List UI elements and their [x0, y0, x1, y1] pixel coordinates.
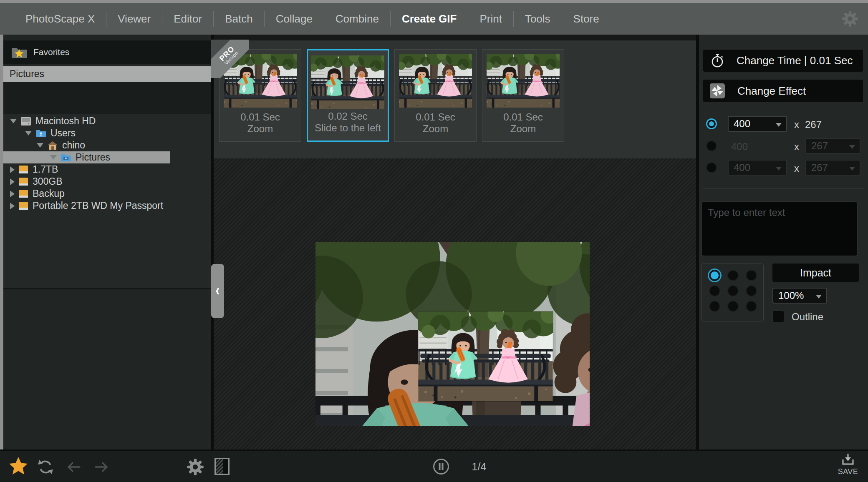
favorites-item-pictures[interactable]: Pictures [3, 66, 211, 82]
height-dropdown-disabled[interactable]: 267 [805, 138, 860, 154]
tree-item-label: Portable 2TB WD My Passport [33, 200, 163, 211]
gif-frame-4[interactable]: 0.01 Sec Zoom [482, 49, 564, 142]
size-radio[interactable] [706, 162, 717, 173]
gif-settings-button[interactable] [186, 458, 204, 476]
gif-frame-3[interactable]: 0.01 Sec Zoom [394, 49, 477, 142]
position-dot-bottom-left[interactable] [709, 301, 720, 312]
tree-item-macintosh-hd[interactable]: Macintosh HD [3, 115, 211, 127]
change-time-button[interactable]: Change Time | 0.01 Sec [703, 50, 863, 72]
tree-item-label: Users [50, 128, 76, 139]
home-icon [47, 141, 58, 150]
tree-item-portable-2tb[interactable]: Portable 2TB WD My Passport [3, 200, 211, 212]
panel-divider [703, 188, 864, 188]
tree-item-label: Backup [33, 188, 65, 199]
tab-print[interactable]: Print [468, 13, 513, 25]
change-effect-button[interactable]: Change Effect [703, 80, 863, 102]
font-size-dropdown[interactable]: 100% [772, 288, 827, 304]
position-dot-middle-left[interactable] [709, 285, 720, 296]
settings-gear-icon[interactable] [841, 10, 859, 28]
external-drive-icon [18, 177, 28, 186]
tab-tools[interactable]: Tools [514, 13, 562, 25]
position-dot-middle-center[interactable] [727, 285, 739, 296]
width-dropdown[interactable]: 400 [728, 116, 787, 132]
forward-button[interactable] [93, 459, 109, 474]
external-drive-icon [18, 201, 28, 210]
tab-photoscape-x[interactable]: PhotoScape X [14, 13, 106, 25]
change-effect-label: Change Effect [737, 85, 806, 98]
back-button[interactable] [66, 459, 82, 474]
tree-item-pictures-selected[interactable]: Pictures [3, 151, 170, 163]
sidebar-collapse-handle[interactable]: ‹ [211, 264, 224, 318]
width-dropdown-disabled[interactable]: 400 [728, 160, 787, 176]
x-separator: x [794, 163, 799, 174]
save-button[interactable]: SAVE [835, 453, 861, 476]
refresh-button[interactable] [38, 459, 53, 475]
frame-thumbnail [399, 54, 472, 108]
frame-thumbnail [311, 55, 384, 109]
position-dot-top-right[interactable] [746, 270, 757, 281]
tree-item-1-7tb[interactable]: 1.7TB [3, 163, 211, 176]
position-dot-top-center[interactable] [727, 270, 739, 281]
height-dropdown-disabled[interactable]: 267 [805, 160, 860, 176]
size-radio-selected[interactable] [706, 118, 717, 129]
favorites-header[interactable]: Favorites [3, 40, 211, 64]
overlay-text-input[interactable] [701, 201, 858, 256]
favorites-folder-icon [11, 45, 28, 59]
position-dot-top-left-selected[interactable] [709, 270, 720, 281]
outline-checkbox[interactable] [772, 311, 784, 322]
tab-combine[interactable]: Combine [324, 13, 390, 25]
disclosure-down-icon[interactable] [25, 131, 32, 136]
photoscape-window: PhotoScape X Viewer Editor Batch Collage… [0, 0, 868, 482]
disclosure-down-icon[interactable] [37, 143, 43, 148]
disclosure-right-icon[interactable] [10, 191, 15, 197]
tab-store[interactable]: Store [562, 13, 611, 25]
tab-editor[interactable]: Editor [162, 13, 213, 25]
position-dot-bottom-center[interactable] [727, 301, 739, 312]
tree-item-label: Pictures [76, 152, 110, 163]
disclosure-right-icon[interactable] [10, 166, 15, 173]
change-time-label: Change Time | 0.01 Sec [737, 54, 853, 67]
tree-item-label: Macintosh HD [35, 115, 96, 127]
tree-item-users[interactable]: Users [3, 127, 211, 139]
favorite-star-button[interactable] [8, 456, 28, 475]
pause-playback-button[interactable] [432, 458, 450, 475]
disclosure-down-icon[interactable] [10, 119, 17, 123]
size-option-row-2: 400 x 267 [699, 138, 866, 154]
position-dot-bottom-right[interactable] [746, 301, 757, 312]
favorites-label: Favorites [33, 47, 69, 57]
position-dot-middle-right[interactable] [746, 285, 757, 296]
arrow-right-icon [93, 459, 109, 474]
chevron-down-icon [776, 123, 782, 127]
preview-sliding-frame [418, 311, 553, 401]
tab-collage[interactable]: Collage [265, 13, 324, 25]
tab-create-gif[interactable]: Create GIF [391, 13, 468, 25]
tree-item-backup[interactable]: Backup [3, 188, 211, 200]
size-radio[interactable] [706, 141, 717, 151]
font-family-button[interactable]: Impact [772, 264, 859, 282]
chevron-down-icon [849, 167, 855, 171]
folder-tree: Macintosh HD Users chino [3, 114, 211, 288]
tab-batch[interactable]: Batch [214, 13, 264, 25]
frame-thumbnail [487, 54, 560, 108]
chevron-down-icon [849, 145, 855, 149]
frame-time-label: 0.02 Sec [308, 110, 388, 122]
disclosure-down-icon[interactable] [50, 155, 57, 160]
pictures-folder-icon [61, 153, 71, 162]
font-size-value: 100% [778, 290, 804, 301]
bottom-toolbar: 1/4 SAVE [0, 449, 868, 482]
tree-item-chino[interactable]: chino [3, 139, 211, 151]
tree-item-label: 300GB [33, 176, 63, 187]
tab-viewer[interactable]: Viewer [106, 13, 162, 25]
favorites-item-label: Pictures [10, 68, 44, 80]
tree-item-300gb[interactable]: 300GB [3, 176, 211, 188]
external-drive-icon [18, 165, 28, 174]
disclosure-right-icon[interactable] [10, 203, 15, 209]
disclosure-right-icon[interactable] [10, 178, 15, 185]
frame-caption: 0.01 Sec Zoom [482, 111, 564, 135]
gif-frame-2-selected[interactable]: 0.02 Sec Slide to the left [307, 49, 389, 142]
text-position-grid [701, 264, 764, 321]
width-value-disabled: 400 [731, 141, 748, 153]
size-option-row-1: 400 x 267 [699, 115, 866, 132]
checker-background-toggle[interactable] [214, 458, 230, 475]
frame-time-label: 0.01 Sec [482, 111, 564, 123]
